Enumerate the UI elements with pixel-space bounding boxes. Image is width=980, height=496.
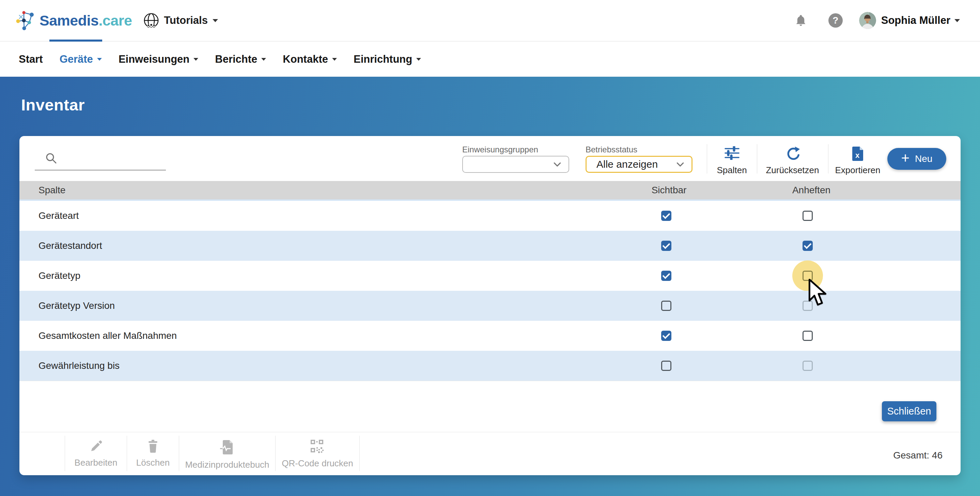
search-input[interactable]	[35, 146, 166, 171]
columns-table-body: GeräteartGerätestandortGerätetypGerätety…	[19, 201, 961, 381]
visible-cell	[651, 260, 682, 291]
footer-action-label: QR-Code drucken	[282, 458, 353, 469]
export-button-label: Exportieren	[835, 165, 881, 175]
column-name-label: Geräteart	[38, 211, 79, 221]
user-avatar[interactable]	[859, 12, 876, 29]
visible-checkbox[interactable]	[661, 331, 671, 341]
status-filter: Betriebsstatus Alle anzeigen	[585, 145, 692, 173]
table-row: Gewährleistung bis	[19, 351, 961, 381]
visible-cell	[651, 290, 682, 321]
filters-row: Einweisungsgruppen Betriebsstatus Alle a…	[19, 136, 961, 181]
visible-checkbox[interactable]	[661, 360, 671, 371]
pin-checkbox[interactable]	[803, 211, 813, 221]
status-filter-select[interactable]: Alle anzeigen	[585, 156, 692, 173]
chevron-down-icon	[213, 19, 218, 22]
column-header-sichtbar: Sichtbar	[652, 185, 687, 196]
nav-item-label: Start	[19, 53, 43, 65]
visible-checkbox[interactable]	[661, 211, 671, 221]
pin-cell	[792, 201, 823, 231]
chevron-down-icon	[97, 58, 102, 61]
brand-suffix: .care	[99, 12, 132, 29]
visible-checkbox[interactable]	[661, 241, 671, 251]
nav-item-einrichtung[interactable]: Einrichtung	[353, 53, 421, 65]
pin-checkbox	[803, 360, 813, 371]
new-button[interactable]: + Neu	[887, 148, 946, 170]
column-name-label: Gerätetyp Version	[38, 300, 115, 311]
groups-filter-select[interactable]	[462, 156, 569, 173]
nav-item-kontakte[interactable]: Kontakte	[283, 53, 337, 65]
column-name-label: Gerätetyp	[38, 270, 80, 281]
close-button[interactable]: Schließen	[882, 401, 936, 421]
user-name[interactable]: Sophia Müller	[881, 14, 950, 27]
pin-cell	[792, 321, 823, 351]
brand-wordmark: Samedis.care	[40, 12, 132, 29]
total-count: Gesamt: 46	[893, 450, 943, 461]
column-header-spalte: Spalte	[38, 185, 65, 196]
trash-icon	[148, 440, 158, 454]
reset-button[interactable]: Zurücksetzen	[757, 144, 828, 175]
export-button[interactable]: x Exportieren	[828, 144, 887, 175]
nav-item-label: Kontakte	[283, 53, 328, 65]
footer-action-trash[interactable]: Löschen	[127, 435, 179, 471]
brand-logo-icon	[16, 10, 36, 31]
main-content: Inventar Einweisungsgruppen	[0, 77, 980, 496]
table-row: Gerätestandort	[19, 231, 961, 261]
nav-item-einweisungen[interactable]: Einweisungen	[119, 53, 198, 65]
chevron-down-icon	[554, 162, 561, 167]
help-icon[interactable]: ?	[829, 13, 843, 28]
chevron-down-icon	[332, 58, 337, 61]
tutorials-menu[interactable]: Tutorials	[143, 13, 218, 28]
pin-checkbox[interactable]	[803, 271, 813, 281]
visible-cell	[651, 351, 682, 381]
notifications-bell-icon[interactable]	[795, 14, 807, 27]
footer-action-qr-code[interactable]: QR-Code drucken	[275, 435, 360, 471]
excel-file-icon: x	[851, 146, 864, 161]
pin-cell	[792, 290, 823, 321]
groups-filter: Einweisungsgruppen	[462, 145, 569, 173]
footer-action-label: Medizinproduktebuch	[185, 459, 269, 470]
pin-checkbox	[803, 301, 813, 311]
svg-text:x: x	[855, 151, 860, 159]
nav-item-start[interactable]: Start	[19, 53, 43, 65]
card-footer: BearbeitenLöschenMedizinproduktebuchQR-C…	[19, 432, 961, 475]
nav-item-geraete[interactable]: Geräte	[60, 53, 102, 65]
columns-button-label: Spalten	[717, 165, 747, 175]
pin-cell	[792, 260, 823, 291]
nav-item-berichte[interactable]: Berichte	[215, 53, 266, 65]
pin-checkbox[interactable]	[803, 241, 813, 251]
table-row: Geräteart	[19, 201, 961, 231]
visible-checkbox[interactable]	[661, 301, 671, 311]
footer-action-label: Bearbeiten	[75, 458, 118, 468]
pin-cell	[792, 230, 823, 261]
nav-item-label: Einweisungen	[119, 53, 189, 65]
qr-code-icon	[311, 440, 324, 455]
columns-tune-icon	[724, 146, 740, 160]
main-nav: StartGeräteEinweisungenBerichteKontakteE…	[0, 41, 980, 77]
column-name-label: Gerätestandort	[38, 240, 102, 251]
brand-name: Samedis	[40, 12, 99, 29]
reset-button-label: Zurücksetzen	[766, 165, 819, 175]
nav-item-label: Geräte	[60, 53, 93, 65]
table-header: Spalte Sichtbar Anheften	[19, 181, 961, 201]
nav-item-label: Berichte	[215, 53, 257, 65]
pin-checkbox[interactable]	[803, 331, 813, 341]
header-actions: ? Sophia Müller	[795, 12, 960, 29]
plus-icon: +	[901, 151, 910, 165]
columns-button[interactable]: Spalten	[707, 144, 757, 175]
visible-cell	[651, 230, 682, 261]
active-tab-indicator	[49, 40, 102, 41]
footer-action-pencil[interactable]: Bearbeiten	[65, 435, 127, 471]
chevron-down-icon	[416, 58, 421, 61]
footer-action-label: Löschen	[136, 458, 170, 468]
chevron-down-icon	[261, 58, 266, 61]
chevron-down-icon	[194, 58, 198, 61]
pencil-icon	[89, 440, 103, 454]
groups-filter-label: Einweisungsgruppen	[462, 145, 569, 155]
visible-checkbox[interactable]	[661, 271, 671, 281]
brand[interactable]: Samedis.care	[16, 10, 132, 31]
footer-action-device-book[interactable]: Medizinproduktebuch	[179, 435, 275, 471]
status-filter-label: Betriebsstatus	[585, 145, 692, 155]
visible-cell	[651, 321, 682, 351]
globe-icon	[143, 13, 159, 28]
search-icon	[45, 152, 57, 164]
